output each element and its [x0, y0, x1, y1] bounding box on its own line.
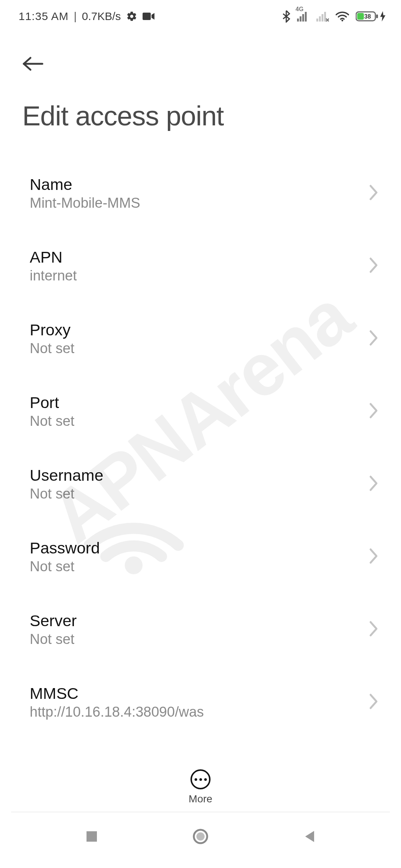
setting-value: internet	[30, 268, 362, 284]
status-bar: 11:35 AM | 0.7KB/s 4G 38	[0, 0, 401, 33]
bluetooth-icon	[282, 10, 290, 23]
more-button[interactable]: More	[0, 769, 401, 805]
setting-value: http://10.16.18.4:38090/was	[30, 704, 362, 720]
setting-row-username[interactable]: UsernameNot set	[30, 457, 379, 529]
settings-list: NameMint-Mobile-MMSAPNinternetProxyNot s…	[0, 135, 401, 748]
setting-value: Not set	[30, 559, 362, 575]
setting-label: MMSC	[30, 684, 362, 703]
svg-rect-7	[319, 16, 321, 22]
triangle-left-icon	[303, 829, 316, 844]
chevron-right-icon	[369, 330, 379, 348]
square-icon	[85, 830, 98, 843]
setting-row-server[interactable]: ServerNot set	[30, 602, 379, 675]
setting-value: Not set	[30, 486, 362, 502]
chevron-right-icon	[369, 402, 379, 420]
setting-row-proxy[interactable]: ProxyNot set	[30, 311, 379, 384]
svg-rect-8	[322, 14, 323, 22]
page-title: Edit access point	[22, 100, 379, 132]
setting-label: Name	[30, 175, 362, 194]
nav-back-button[interactable]	[298, 825, 320, 848]
status-time: 11:35 AM	[19, 10, 69, 23]
gear-icon	[126, 11, 137, 22]
chevron-right-icon	[369, 621, 379, 638]
svg-rect-6	[316, 19, 318, 22]
setting-row-password[interactable]: PasswordNot set	[30, 529, 379, 602]
header: Edit access point	[0, 33, 401, 135]
setting-label: Proxy	[30, 321, 362, 339]
setting-row-mms-proxy[interactable]: MMS proxy10.16.18.77	[30, 747, 379, 748]
chevron-right-icon	[369, 548, 379, 566]
circle-icon	[192, 828, 209, 845]
chevron-right-icon	[369, 693, 379, 711]
svg-rect-4	[302, 14, 304, 22]
camera-icon	[143, 12, 154, 21]
setting-value: Mint-Mobile-MMS	[30, 195, 362, 211]
chevron-right-icon	[369, 257, 379, 275]
setting-row-mmsc[interactable]: MMSChttp://10.16.18.4:38090/was	[30, 675, 379, 747]
nav-recent-button[interactable]	[81, 825, 103, 848]
setting-row-apn[interactable]: APNinternet	[30, 239, 379, 311]
setting-value: Not set	[30, 631, 362, 647]
more-icon	[190, 769, 211, 789]
setting-label: Password	[30, 539, 362, 557]
svg-rect-9	[324, 12, 326, 22]
svg-text:38: 38	[364, 13, 371, 20]
setting-value: Not set	[30, 341, 362, 356]
navigation-bar	[0, 812, 401, 868]
back-button[interactable]	[22, 49, 52, 79]
setting-label: Server	[30, 612, 362, 630]
status-separator: |	[74, 10, 77, 23]
more-label: More	[189, 793, 212, 805]
wifi-icon	[336, 11, 349, 22]
chevron-right-icon	[369, 475, 379, 493]
svg-rect-3	[300, 16, 301, 22]
signal-nosim-icon	[316, 11, 329, 22]
setting-row-port[interactable]: PortNot set	[30, 384, 379, 457]
svg-rect-15	[87, 831, 97, 842]
arrow-left-icon	[22, 56, 44, 71]
setting-value: Not set	[30, 413, 362, 429]
svg-rect-2	[297, 19, 299, 22]
svg-point-17	[196, 832, 205, 841]
setting-row-name[interactable]: NameMint-Mobile-MMS	[30, 166, 379, 239]
svg-rect-5	[305, 12, 307, 22]
svg-rect-1	[143, 13, 151, 20]
setting-label: Port	[30, 394, 362, 412]
svg-rect-13	[376, 14, 378, 18]
nav-home-button[interactable]	[189, 825, 212, 848]
setting-label: APN	[30, 248, 362, 266]
signal-4g-icon: 4G	[297, 11, 310, 22]
battery-icon: 38	[356, 11, 385, 22]
svg-point-10	[342, 20, 343, 22]
chevron-right-icon	[369, 184, 379, 202]
svg-rect-12	[357, 13, 364, 20]
setting-label: Username	[30, 466, 362, 484]
status-network-speed: 0.7KB/s	[82, 10, 121, 23]
